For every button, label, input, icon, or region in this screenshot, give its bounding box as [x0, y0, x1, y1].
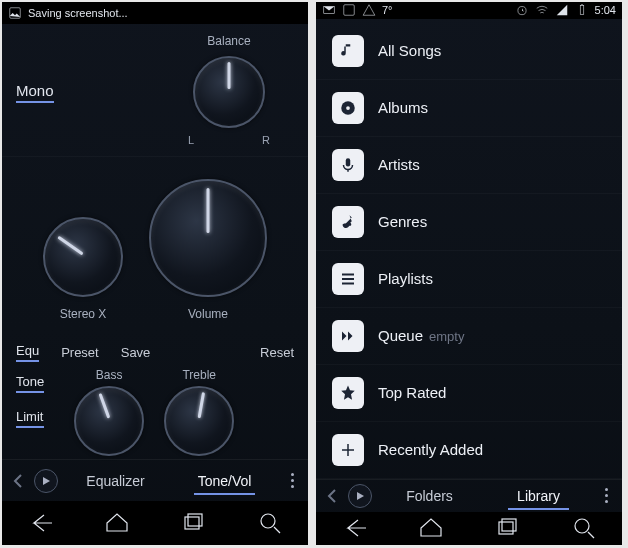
tab-equalizer[interactable]: Equalizer	[64, 465, 167, 497]
balance-right-label: R	[262, 134, 270, 146]
volume-label: Volume	[188, 307, 228, 321]
phone-left: Saving screenshot... Mono Balance L R St…	[2, 2, 308, 545]
list-item-label: Playlists	[378, 270, 433, 287]
status-activity: Saving screenshot...	[28, 7, 128, 19]
list-item-label: Artists	[378, 156, 420, 173]
svg-rect-9	[581, 4, 582, 5]
svg-point-16	[575, 519, 589, 533]
list-item[interactable]: Playlists	[316, 251, 622, 308]
svg-marker-1	[43, 477, 50, 485]
chevron-left-icon[interactable]	[8, 473, 28, 489]
image-icon	[8, 6, 22, 20]
nav-bar	[2, 501, 308, 545]
list-item[interactable]: Queueempty	[316, 308, 622, 365]
mail-icon	[322, 3, 336, 17]
svg-rect-8	[580, 6, 584, 15]
equ-button[interactable]: Equ	[16, 343, 39, 362]
svg-point-4	[261, 514, 275, 528]
bottom-tabbar: Equalizer Tone/Vol	[2, 459, 308, 501]
status-time: 5:04	[595, 4, 616, 16]
svg-rect-14	[499, 522, 513, 534]
play-round-icon[interactable]	[348, 484, 372, 508]
list-item[interactable]: Recently Added	[316, 422, 622, 479]
list-item-label: Top Rated	[378, 384, 446, 401]
status-temp: 7°	[382, 4, 393, 16]
save-button[interactable]: Save	[121, 345, 151, 360]
star-icon	[332, 377, 364, 409]
list-item-label: Genres	[378, 213, 427, 230]
list-item[interactable]: Artists	[316, 137, 622, 194]
overflow-menu-icon[interactable]	[282, 473, 302, 488]
list-item[interactable]: Top Rated	[316, 365, 622, 422]
list-item-label: Albums	[378, 99, 428, 116]
bass-knob[interactable]	[74, 386, 144, 456]
balance-label: Balance	[207, 34, 250, 48]
signal-icon	[555, 3, 569, 17]
svg-rect-15	[502, 519, 516, 531]
recent-icon[interactable]	[493, 514, 521, 542]
mono-button[interactable]: Mono	[16, 82, 54, 103]
volume-section: Stereo X Volume	[2, 157, 308, 335]
list-item[interactable]: All Songs	[316, 23, 622, 80]
list-icon	[332, 263, 364, 295]
svg-marker-13	[357, 492, 364, 500]
tab-library[interactable]: Library	[487, 480, 590, 512]
status-bar: Saving screenshot...	[2, 2, 308, 24]
tab-folders[interactable]: Folders	[378, 480, 481, 512]
search-icon[interactable]	[570, 514, 598, 542]
svg-point-11	[346, 106, 350, 110]
list-item-sublabel: empty	[429, 329, 464, 344]
tone-button[interactable]: Tone	[16, 374, 44, 393]
svg-rect-6	[344, 5, 355, 16]
nav-bar	[316, 512, 622, 545]
play-round-icon[interactable]	[34, 469, 58, 493]
preset-button[interactable]: Preset	[61, 345, 99, 360]
list-item[interactable]: Genres	[316, 194, 622, 251]
svg-rect-3	[188, 514, 202, 526]
list-item[interactable]: Albums	[316, 80, 622, 137]
wifi-icon	[535, 3, 549, 17]
stereo-x-knob[interactable]	[43, 217, 123, 297]
svg-rect-2	[185, 517, 199, 529]
status-bar: 7° 5:04	[316, 2, 622, 19]
mic-icon	[332, 149, 364, 181]
back-icon[interactable]	[340, 514, 368, 542]
overflow-menu-icon[interactable]	[596, 488, 616, 503]
eq-buttons-row: Equ Preset Save Reset	[2, 335, 308, 362]
plus-icon	[332, 434, 364, 466]
stereo-x-label: Stereo X	[60, 307, 107, 321]
queue-icon	[332, 320, 364, 352]
list-item-label: All Songs	[378, 42, 441, 59]
bass-treble-section: Tone Limit Bass Treble	[2, 362, 308, 458]
note-icon	[332, 35, 364, 67]
chevron-left-icon[interactable]	[322, 488, 342, 504]
volume-knob[interactable]	[149, 179, 267, 297]
svg-rect-12	[346, 158, 351, 166]
disc-icon	[332, 92, 364, 124]
list-item-label: Recently Added	[378, 441, 483, 458]
home-icon[interactable]	[417, 514, 445, 542]
back-icon[interactable]	[26, 509, 54, 537]
balance-knob[interactable]	[193, 56, 265, 128]
svg-point-7	[517, 7, 525, 15]
balance-section: Mono Balance L R	[2, 24, 308, 157]
limit-button[interactable]: Limit	[16, 409, 44, 428]
battery-icon	[575, 3, 589, 17]
image-icon	[342, 3, 356, 17]
search-icon[interactable]	[256, 509, 284, 537]
balance-left-label: L	[188, 134, 194, 146]
reset-button[interactable]: Reset	[260, 345, 294, 360]
treble-label: Treble	[182, 368, 216, 382]
treble-knob[interactable]	[164, 386, 234, 456]
list-item-label: Queueempty	[378, 327, 464, 344]
bass-label: Bass	[96, 368, 123, 382]
home-icon[interactable]	[103, 509, 131, 537]
guitar-icon	[332, 206, 364, 238]
phone-right: 7° 5:04 All SongsAlbumsArtistsGenresPlay…	[316, 2, 622, 545]
tone-vol-panel: Mono Balance L R Stereo X Volume	[2, 24, 308, 459]
alarm-icon	[515, 3, 529, 17]
tab-tone-vol[interactable]: Tone/Vol	[173, 465, 276, 497]
recent-icon[interactable]	[179, 509, 207, 537]
library-list: All SongsAlbumsArtistsGenresPlaylistsQue…	[316, 19, 622, 479]
bottom-tabbar: Folders Library	[316, 479, 622, 512]
